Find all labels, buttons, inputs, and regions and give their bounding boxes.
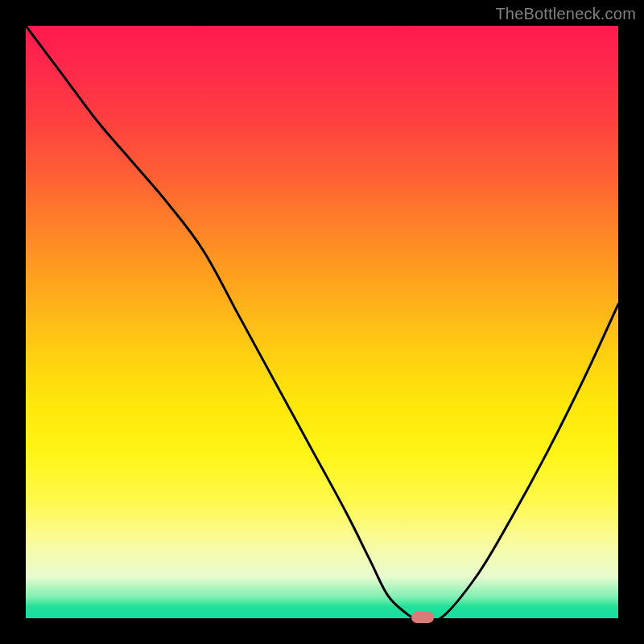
bottleneck-curve <box>26 26 618 618</box>
watermark-text: TheBottleneck.com <box>495 5 636 23</box>
optimum-marker-icon <box>411 612 434 623</box>
chart-frame: TheBottleneck.com <box>0 0 644 644</box>
plot-area <box>26 26 618 618</box>
